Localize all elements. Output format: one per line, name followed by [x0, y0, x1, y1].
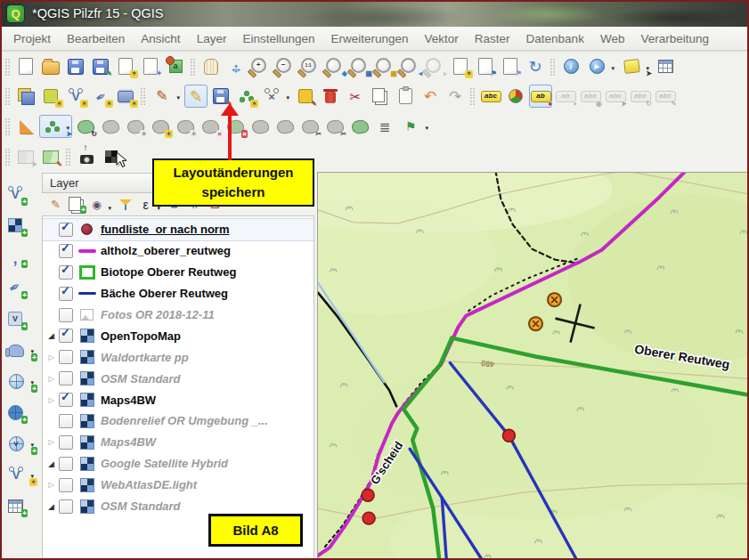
layer-row[interactable]: Bodenrelief OR Umgebung _...: [43, 410, 313, 432]
zoom-out-icon[interactable]: −: [274, 55, 297, 78]
add-raster-layer-icon[interactable]: +: [4, 214, 27, 237]
layer-diagram-icon[interactable]: [504, 85, 527, 108]
vertex-tool-icon[interactable]: ×▾: [259, 85, 292, 108]
layer-row[interactable]: Fotos OR 2018-12-11: [43, 304, 313, 326]
layer-row[interactable]: ▷Waldortkarte pp: [43, 346, 313, 368]
style-manager-icon[interactable]: a: [164, 55, 187, 78]
toolbar-grip[interactable]: [4, 148, 10, 166]
dropdown-arrow-icon[interactable]: ▾: [425, 125, 428, 132]
zoom-in-icon[interactable]: +: [249, 55, 273, 78]
advanced-digitizing-icon[interactable]: [14, 115, 37, 138]
modify-attributes-icon[interactable]: ✎: [294, 85, 317, 108]
dropdown-arrow-icon[interactable]: ▾: [108, 205, 111, 212]
open-project-icon[interactable]: [39, 55, 62, 78]
data-source-manager-icon[interactable]: [14, 85, 37, 108]
show-hide-labels-icon[interactable]: abc◉: [579, 85, 602, 108]
layer-row[interactable]: fundliste_or nach norm: [43, 219, 313, 240]
dropdown-arrow-icon[interactable]: ▾: [176, 94, 180, 101]
manage-themes-icon[interactable]: ◉▾: [87, 195, 114, 214]
reshape-features-icon[interactable]: [248, 115, 272, 138]
menu-item-erweiterungen[interactable]: Erweiterungen: [322, 32, 416, 45]
menu-item-layer[interactable]: Layer: [189, 32, 235, 45]
refresh-map-icon[interactable]: ↻: [524, 55, 547, 78]
save-project-as-icon[interactable]: ✎: [89, 55, 112, 78]
layout-manager-icon[interactable]: ✦: [139, 55, 162, 78]
zoom-to-layer-icon[interactable]: ▦: [349, 55, 372, 78]
rotate-point-symbols-icon[interactable]: ⚑▾: [398, 115, 431, 138]
bookmark-manager-icon[interactable]: ⚑: [499, 55, 522, 78]
toggle-editing-icon[interactable]: ✎: [184, 85, 208, 108]
open-styling-panel-icon[interactable]: ✎: [46, 195, 65, 214]
layer-row[interactable]: ◢Google Satellite Hybrid: [43, 453, 313, 475]
map-canvas[interactable]: Oberer ReutwegG'scheid480: [317, 172, 749, 560]
expander-icon[interactable]: ▷: [45, 396, 57, 404]
toolbar-grip[interactable]: [4, 118, 10, 135]
rotate-feature-icon[interactable]: ↻: [74, 115, 97, 138]
delete-selected-icon[interactable]: [319, 85, 342, 108]
new-bookmark-icon[interactable]: ✶: [449, 55, 472, 78]
expander-icon[interactable]: ◢: [45, 502, 57, 511]
zoom-last-icon[interactable]: ◂: [399, 55, 422, 78]
layer-checkbox[interactable]: [59, 265, 73, 280]
menu-item-projekt[interactable]: Projekt: [5, 32, 59, 45]
layer-checkbox[interactable]: [59, 414, 73, 428]
add-spatialite-layer-icon[interactable]: ✒+: [4, 276, 27, 299]
add-group-icon[interactable]: +: [67, 195, 85, 214]
layer-row[interactable]: ▷Maps4BW: [43, 432, 313, 453]
menu-item-einstellungen[interactable]: Einstellungen: [234, 32, 322, 45]
layer-row[interactable]: ▷Maps4BW: [43, 389, 313, 410]
layer-checkbox[interactable]: [59, 393, 73, 407]
add-part-icon[interactable]: ✶: [149, 115, 172, 138]
menu-item-datenbank[interactable]: Datenbank: [518, 32, 592, 45]
offset-curve-icon[interactable]: [273, 115, 297, 138]
add-vector-layer-icon[interactable]: V+: [4, 183, 27, 206]
toolbar-grip[interactable]: [4, 87, 10, 105]
add-wfs-layer-icon[interactable]: V+▾: [4, 432, 37, 455]
menu-item-web[interactable]: Web: [592, 32, 633, 45]
dropdown-arrow-icon[interactable]: ▾: [286, 94, 289, 101]
change-label-icon[interactable]: abc✎: [654, 85, 677, 108]
save-project-icon[interactable]: [64, 55, 87, 78]
new-geopackage-layer-icon[interactable]: ✶: [39, 85, 62, 108]
toolbar-grip[interactable]: [190, 58, 195, 76]
new-shapefile-layer-icon[interactable]: V✶: [64, 85, 87, 108]
new-project-icon[interactable]: [14, 55, 37, 78]
new-spatialite-layer-icon[interactable]: ✒✶: [89, 85, 112, 108]
layer-labeling-icon[interactable]: abc: [479, 85, 502, 108]
toolbar-grip[interactable]: [469, 87, 475, 105]
menu-item-ansicht[interactable]: Ansicht: [133, 32, 188, 45]
layer-checkbox[interactable]: [59, 457, 73, 471]
pan-to-selection-icon[interactable]: [224, 55, 248, 78]
move-feature-icon[interactable]: ➤▾: [39, 115, 72, 138]
split-parts-icon[interactable]: ✂: [323, 115, 346, 138]
expander-icon[interactable]: ◢: [45, 331, 57, 340]
add-wcs-layer-icon[interactable]: +: [4, 401, 27, 424]
new-vector-layer-icon[interactable]: V✶▾: [4, 463, 37, 486]
layer-checkbox[interactable]: [59, 244, 73, 258]
expander-icon[interactable]: ▷: [45, 481, 57, 489]
merge-features-icon[interactable]: [348, 115, 371, 138]
undo-icon[interactable]: ↶: [419, 85, 442, 108]
expander-icon[interactable]: ▷: [45, 353, 57, 361]
redo-icon[interactable]: ↷: [444, 85, 467, 108]
layer-checkbox[interactable]: [59, 371, 73, 386]
select-features-icon[interactable]: ➤▾: [619, 55, 652, 78]
dropdown-arrow-icon[interactable]: ▾: [611, 65, 615, 72]
expander-icon[interactable]: ▷: [45, 438, 57, 446]
current-edits-icon[interactable]: ✎▾: [150, 85, 183, 108]
toolbar-grip[interactable]: [140, 87, 145, 105]
rotate-label-icon[interactable]: abc↻: [629, 85, 652, 108]
layer-row[interactable]: ◢OpenTopoMap: [43, 325, 313, 346]
map-view-icon[interactable]: ➤: [14, 145, 37, 168]
layer-checkbox[interactable]: [59, 478, 73, 492]
identify-features-icon[interactable]: i: [559, 55, 582, 78]
add-postgis-layer-icon[interactable]: +▾: [4, 338, 37, 361]
pan-map-icon[interactable]: [199, 55, 223, 78]
zoom-full-icon[interactable]: ◈: [324, 55, 347, 78]
menu-item-vektor[interactable]: Vektor: [417, 32, 467, 45]
show-bookmarks-icon[interactable]: ⚑: [474, 55, 497, 78]
layer-row[interactable]: Bäche Oberer Reutweg: [43, 283, 313, 304]
layer-checkbox[interactable]: [59, 223, 73, 237]
layer-checkbox[interactable]: [59, 499, 73, 514]
expander-icon[interactable]: ▷: [45, 375, 57, 383]
